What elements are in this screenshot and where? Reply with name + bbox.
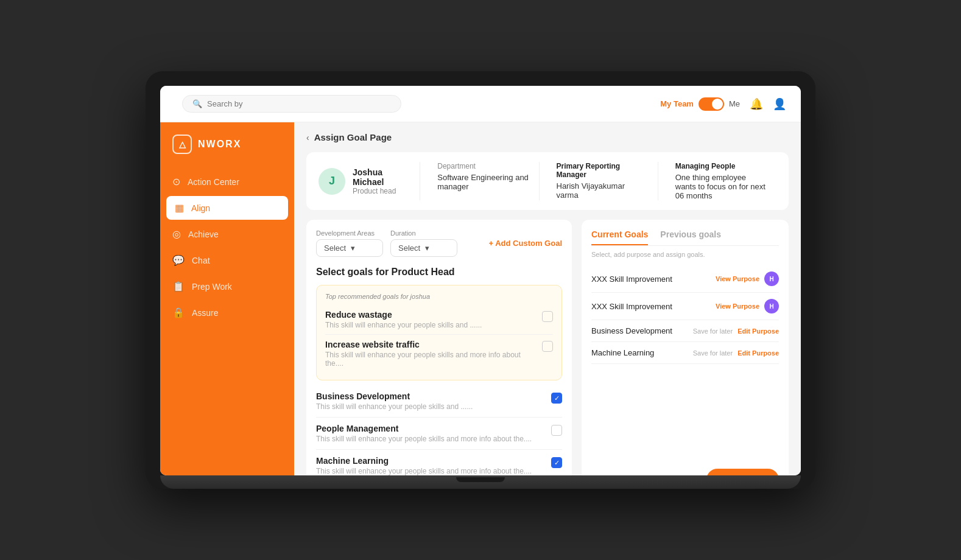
user-icon[interactable]: 👤 xyxy=(773,97,786,111)
chat-icon: 💬 xyxy=(172,254,185,266)
goal-desc: This skill will enhance your people skil… xyxy=(316,435,545,443)
search-icon: 🔍 xyxy=(192,99,202,108)
goal-desc: This skill will enhance your people skil… xyxy=(325,351,536,368)
department-value: Software Engineering and manager xyxy=(437,173,529,191)
dev-areas-value: Select xyxy=(324,243,346,253)
assure-icon: 🔒 xyxy=(172,307,185,318)
content-area: ‹ Assign Goal Page J Joshua Michael Prod… xyxy=(294,122,801,475)
sidebar: △ NWORX ⊙ Action Center ▦ Align ◎ Achiev… xyxy=(160,122,294,475)
goal-checkbox[interactable]: ✓ xyxy=(551,457,562,468)
save-for-later-button[interactable]: Save for later xyxy=(693,349,733,357)
prep-work-icon: 📋 xyxy=(172,281,185,292)
goal-checkbox[interactable] xyxy=(542,341,553,352)
goal-name: Business Development xyxy=(316,391,545,401)
recommended-box: Top recommended goals for joshua Reduce … xyxy=(316,285,562,380)
managing-value: One thing employee wants to focus on for… xyxy=(675,173,767,200)
add-custom-goal-button[interactable]: + Add Custom Goal xyxy=(489,239,563,248)
managing-card: Managing People One thing employee wants… xyxy=(666,162,776,200)
toggle-knob xyxy=(712,99,723,110)
avatar: J xyxy=(319,168,345,195)
right-goal-item-ml: Machine Learning Save for later Edit Pur… xyxy=(591,342,779,364)
notification-icon[interactable]: 🔔 xyxy=(750,97,763,111)
breadcrumb: ‹ Assign Goal Page xyxy=(306,132,789,142)
tabs-row: Current Goals Previous goals xyxy=(591,229,779,246)
tab-previous-goals[interactable]: Previous goals xyxy=(660,229,721,245)
reporting-value: Harish Vijayakumar varma xyxy=(557,181,648,200)
me-label: Me xyxy=(729,99,740,108)
achieve-icon: ◎ xyxy=(172,228,181,240)
info-cards-row: J Joshua Michael Product head Department… xyxy=(306,152,789,210)
duration-group: Duration Select ▾ xyxy=(390,229,457,257)
main-body: △ NWORX ⊙ Action Center ▦ Align ◎ Achiev… xyxy=(160,122,801,475)
tab-current-goals[interactable]: Current Goals xyxy=(591,229,648,245)
duration-label: Duration xyxy=(390,229,457,237)
dev-areas-group: Development Areas Select ▾ xyxy=(316,229,383,257)
dev-areas-select[interactable]: Select ▾ xyxy=(316,239,383,257)
topbar: 🔍 My Team Me 🔔 👤 xyxy=(160,86,801,122)
back-button[interactable]: ‹ xyxy=(306,133,309,142)
page-title: Assign Goal Page xyxy=(314,132,392,142)
topbar-right: My Team Me 🔔 👤 xyxy=(660,97,786,111)
goal-desc: This skill will enhance your people skil… xyxy=(316,467,545,475)
sidebar-item-label: Prep Work xyxy=(192,282,232,292)
logo-area: △ NWORX xyxy=(160,135,294,169)
chevron-down-icon: ▾ xyxy=(351,243,355,253)
goal-item-people-mgmt-1: People Management This skill will enhanc… xyxy=(316,418,562,450)
user-name: Joshua Michael xyxy=(353,167,410,187)
sidebar-item-chat[interactable]: 💬 Chat xyxy=(160,247,294,273)
goal-checkbox[interactable]: ✓ xyxy=(551,393,562,404)
goal-name: Reduce wastage xyxy=(325,310,536,320)
sidebar-item-label: Assure xyxy=(192,308,219,318)
goal-desc: This skill will enhance your people skil… xyxy=(316,402,545,411)
sidebar-item-prep-work[interactable]: 📋 Prep Work xyxy=(160,273,294,299)
sidebar-item-label: Align xyxy=(191,203,210,213)
assign-button[interactable]: Assign xyxy=(706,469,779,475)
view-purpose-button[interactable]: View Purpose xyxy=(716,303,759,310)
my-team-toggle[interactable]: My Team Me xyxy=(660,97,740,111)
reporting-card: Primary Reporting Manager Harish Vijayak… xyxy=(547,162,658,200)
edit-purpose-button[interactable]: Edit Purpose xyxy=(737,327,779,335)
align-icon: ▦ xyxy=(175,202,184,214)
view-purpose-button[interactable]: View Purpose xyxy=(716,275,759,282)
sidebar-item-label: Action Center xyxy=(188,177,239,187)
goal-checkbox[interactable] xyxy=(542,311,553,322)
goal-avatar: H xyxy=(764,299,779,313)
right-panel: Current Goals Previous goals Select, add… xyxy=(582,220,789,475)
goal-name: People Management xyxy=(316,424,545,433)
goal-name: Increase website traffic xyxy=(325,340,536,349)
search-bar[interactable]: 🔍 xyxy=(182,95,401,113)
sidebar-item-label: Achieve xyxy=(188,229,219,239)
sidebar-item-action-center[interactable]: ⊙ Action Center xyxy=(160,169,294,195)
assign-area: Assign xyxy=(591,461,779,475)
goal-item-increase-website: Increase website traffic This skill will… xyxy=(325,335,553,373)
goals-section-title: Select goals for Product Head xyxy=(316,267,562,278)
sidebar-item-align[interactable]: ▦ Align xyxy=(166,196,288,220)
action-center-icon: ⊙ xyxy=(172,176,180,187)
tab-sub: Select, add purpose and assign goals. xyxy=(591,251,779,258)
goal-name: Machine Learning xyxy=(316,456,545,466)
right-goal-name: Machine Learning xyxy=(591,348,688,357)
sidebar-item-achieve[interactable]: ◎ Achieve xyxy=(160,221,294,247)
sidebar-item-label: Chat xyxy=(192,256,210,265)
reporting-label: Primary Reporting Manager xyxy=(557,162,648,179)
right-goal-item-xxx-skill-2: XXX Skill Improvement View Purpose H xyxy=(591,293,779,320)
search-input[interactable] xyxy=(207,99,391,108)
user-role: Product head xyxy=(353,187,410,195)
edit-purpose-button[interactable]: Edit Purpose xyxy=(737,349,779,357)
goal-checkbox[interactable] xyxy=(551,425,562,436)
right-goal-item-biz-dev: Business Development Save for later Edit… xyxy=(591,320,779,342)
right-goal-name: XXX Skill Improvement xyxy=(591,275,711,284)
duration-value: Select xyxy=(398,243,420,253)
department-label: Department xyxy=(437,162,529,170)
toggle-switch[interactable] xyxy=(699,97,724,111)
goal-avatar: H xyxy=(764,271,779,286)
save-for-later-button[interactable]: Save for later xyxy=(693,327,733,335)
right-goal-item-xxx-skill-1: XXX Skill Improvement View Purpose H xyxy=(591,265,779,293)
user-card: J Joshua Michael Product head xyxy=(319,162,420,200)
duration-select[interactable]: Select ▾ xyxy=(390,239,457,257)
sidebar-item-assure[interactable]: 🔒 Assure xyxy=(160,299,294,326)
goal-desc: This skill will enhance your people skil… xyxy=(325,321,536,329)
main-section: Development Areas Select ▾ Duration xyxy=(306,220,789,475)
department-card: Department Software Engineering and mana… xyxy=(428,162,539,200)
goal-item-business-dev-1: Business Development This skill will enh… xyxy=(316,385,562,418)
